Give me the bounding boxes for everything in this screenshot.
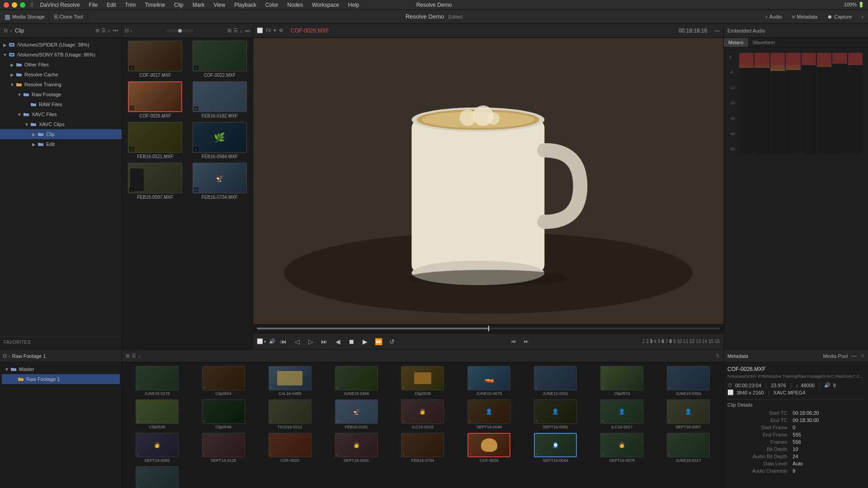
view-grid-icon[interactable]: ⊞ <box>95 28 99 33</box>
menu-nodes[interactable]: Nodes <box>286 2 305 8</box>
grid-clip-14[interactable]: 👤 ♪ SEPT16-0046 <box>458 399 520 429</box>
clips-panel-toggle[interactable]: ⊟ <box>125 28 129 33</box>
maximize-btn[interactable] <box>20 2 25 8</box>
grid-clip-10[interactable]: ♪ Clip0546 <box>192 399 255 429</box>
grid-clip-0[interactable]: ♪ JUNE15-0278 <box>126 366 189 396</box>
window-controls[interactable] <box>4 2 25 8</box>
menu-davinci[interactable]: DaVinci Resolve <box>38 2 82 8</box>
settings-icon[interactable]: ⚙ <box>279 28 283 33</box>
clips-nav-back[interactable]: ‹ <box>131 28 132 33</box>
bins-collapse-icon[interactable]: ⊟ <box>3 353 7 359</box>
bin-master[interactable]: ▼ Master <box>2 364 120 374</box>
clips-view-list[interactable]: ☰ <box>233 28 238 33</box>
goto-start-btn[interactable]: ⏭ <box>319 336 330 347</box>
tree-item-xavcc[interactable]: ▼ XAVC Clips <box>0 119 122 129</box>
clip-thumb-4[interactable]: ♪ FEB16-0521.MXF <box>125 122 186 159</box>
prev-frame-btn[interactable]: ◁ <box>292 336 302 347</box>
volume-control[interactable]: 🔊 <box>269 338 275 344</box>
sort-icon[interactable]: ⇅ <box>716 353 720 359</box>
grid-clip-2[interactable]: ♪ CAL16-0488 <box>259 366 321 396</box>
mark-out-btn[interactable]: ⏭ <box>521 336 532 347</box>
grid-clip-6[interactable]: ♪ JUNE15-0031 <box>524 366 587 396</box>
stop-btn[interactable]: ⏹ <box>346 336 357 347</box>
menu-file[interactable]: File <box>87 2 99 8</box>
preview-dots[interactable]: ••• <box>714 28 720 33</box>
next-frame-btn[interactable]: ▷ <box>305 336 316 347</box>
tab-meters[interactable]: Meters <box>724 38 748 47</box>
tree-item-other[interactable]: ▶ Other Files <box>0 60 122 70</box>
grid-clip-3[interactable]: ♪ JUNE15-0366 <box>325 366 388 396</box>
audio-btn[interactable]: ♪ Audio <box>760 12 787 21</box>
grid-clip-27[interactable]: ♪ SEPT16-0100 <box>126 466 189 488</box>
grid-clip-9[interactable]: ♪ Clip0535 <box>126 399 189 429</box>
search-icon[interactable]: ⌕ <box>108 28 111 33</box>
metadata-close[interactable]: ✕ <box>860 353 864 359</box>
tree-item-edit[interactable]: ▶ Edit <box>0 139 122 149</box>
tree-item-clip[interactable]: ▶ Clip <box>0 129 122 139</box>
clips-more[interactable]: ••• <box>245 28 250 33</box>
capture-btn[interactable]: ⏺ Capture <box>823 12 856 21</box>
bins-nav-back[interactable]: ‹ <box>9 353 10 359</box>
overflow-btn[interactable]: › <box>857 12 868 21</box>
clips-view-grid[interactable]: ⊞ <box>227 28 231 33</box>
grid-clip-12[interactable]: 🦅 ♪ FEB16-0182 <box>325 399 388 429</box>
grid-clip-11[interactable]: ♪ TICO16-0212 <box>259 399 321 429</box>
grid-clip-19[interactable]: ♪ SEPT16-0125 <box>192 433 255 463</box>
tree-item-training[interactable]: ▼ Resolve Training <box>0 80 122 89</box>
menu-edit[interactable]: Edit <box>105 2 118 8</box>
grid-clip-26[interactable]: ♪ JUNE15-0317 <box>657 433 720 463</box>
menu-mark[interactable]: Mark <box>191 2 207 8</box>
clip-thumb-7[interactable]: 🦅 ♪ FEB16-0734.MXF <box>189 163 250 200</box>
menu-color[interactable]: Color <box>264 2 280 8</box>
tree-item-rawfiles[interactable]: ▶ RAW Files <box>0 99 122 109</box>
clips-search[interactable]: ⌕ <box>240 28 243 33</box>
prev-keyframe-btn[interactable]: ⏮ <box>278 336 289 347</box>
close-btn[interactable] <box>4 2 9 8</box>
grid-clip-20[interactable]: ♪ COF-0022 <box>259 433 321 463</box>
loop-btn[interactable]: ↺ <box>387 336 397 347</box>
metadata-dots[interactable]: ••• <box>851 353 857 359</box>
tree-item-sony[interactable]: ▼ /Volumes/SONY 6TB (Usage: 86%) <box>0 50 122 60</box>
menu-help[interactable]: Help <box>346 2 361 8</box>
step-back-btn[interactable]: ◀ <box>332 336 343 347</box>
menu-view[interactable]: View <box>212 2 227 8</box>
tab-waveform[interactable]: Waveform <box>748 38 780 47</box>
grid-clip-21[interactable]: 👩 ♪ SEPT16-0041 <box>325 433 388 463</box>
preview-timeline[interactable] <box>253 324 723 333</box>
clone-tool-btn[interactable]: ⎘ Clone Tool <box>50 10 88 23</box>
grid-clip-15[interactable]: 👤 ♪ SEPT16-0081 <box>524 399 587 429</box>
grid-clip-25[interactable]: 👩 ♪ SEPT16-0078 <box>590 433 653 463</box>
menu-clip[interactable]: Clip <box>172 2 185 8</box>
grid-clip-18[interactable]: 👩 ♪ SEPT16-0082 <box>126 433 189 463</box>
timeline-bar[interactable] <box>257 328 720 329</box>
clip-thumb-6[interactable]: ♪ FEB16-0597.MXF <box>125 163 186 200</box>
panel-collapse-btn[interactable]: ⊟ <box>4 28 8 33</box>
grid-clip-7[interactable]: ♪ Clip0574 <box>590 366 653 396</box>
list-view-icon[interactable]: ☰ <box>132 353 136 359</box>
media-storage-btn[interactable]: ▦ Media Storage <box>0 10 50 23</box>
clip-thumb-1[interactable]: ♪ COF-0022.MXF <box>189 41 250 78</box>
play-btn[interactable]: ▶ <box>359 336 370 347</box>
clip-thumb-2[interactable]: ♪ COF-0026.MXF <box>125 81 186 118</box>
grid-clip-5[interactable]: 🚤 ♪ JUNE15-0075 <box>458 366 520 396</box>
tree-item-cache[interactable]: ▶ Resolve Cache <box>0 70 122 80</box>
menu-playback[interactable]: Playback <box>232 2 258 8</box>
menu-timeline[interactable]: Timeline <box>143 2 167 8</box>
more-icon[interactable]: ••• <box>113 28 118 33</box>
next-btn[interactable]: ⏩ <box>373 336 384 347</box>
grid-clip-16[interactable]: 👤 ♪ ILC16-0017 <box>590 399 653 429</box>
tree-item-raw[interactable]: ▼ Raw Footage <box>0 89 122 99</box>
grid-clip-22[interactable]: ♪ FEB16-0734 <box>392 433 454 463</box>
grid-clip-4[interactable]: ♪ Clip0528 <box>392 366 454 396</box>
bin-raw-footage[interactable]: ▶ Raw Footage 1 <box>2 374 120 384</box>
search-icon-bottom[interactable]: ⌕ <box>138 353 141 359</box>
clip-thumb-0[interactable]: ♪ COF-0017.MXF <box>125 41 186 78</box>
tree-item-xavc[interactable]: ▼ XAVC Files <box>0 109 122 119</box>
tree-item-spider[interactable]: ▶ /Volumes/SPIDER (Usage: 38%) <box>0 40 122 50</box>
mark-in-btn[interactable]: ⏮ <box>508 336 519 347</box>
grid-clip-sept0044[interactable]: 👤 ♪ SEPT16-0044 <box>524 433 587 463</box>
menu-workspace[interactable]: Workspace <box>310 2 341 8</box>
grid-clip-1[interactable]: ♪ Clip0554 <box>192 366 255 396</box>
grid-clip-17[interactable]: 👤 ♪ SEPT16-0007 <box>657 399 720 429</box>
grid-view-icon[interactable]: ⊞ <box>126 353 130 359</box>
